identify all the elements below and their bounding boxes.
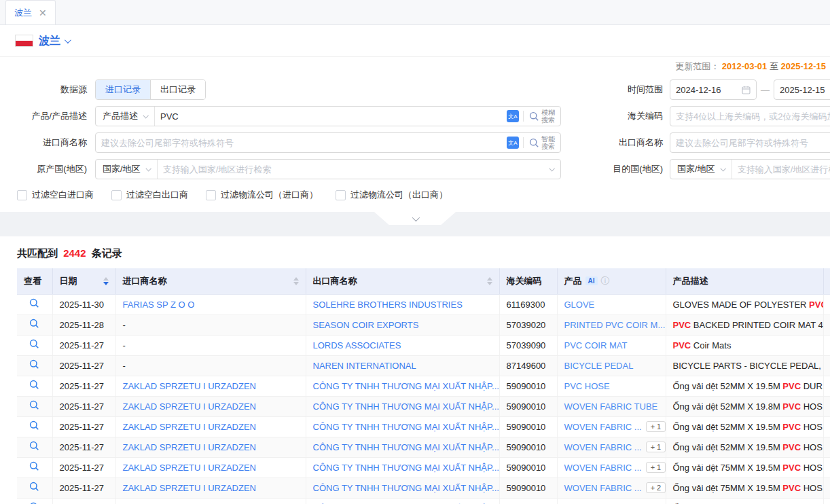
product-link[interactable]: WOVEN FABRIC ...	[564, 422, 642, 432]
description-cell: Ống vải dệt 52MM X 19.5M PVC DUR...	[666, 376, 823, 396]
view-record-button[interactable]	[17, 482, 52, 492]
overflow-cell	[823, 294, 830, 314]
more-products-badge[interactable]: + 2	[646, 482, 666, 493]
product-cell: HOSE	[557, 498, 666, 504]
exporter-link[interactable]: NAREN INTERNATIONAL	[313, 361, 416, 371]
smart-search-button[interactable]: 智能 搜索	[524, 135, 560, 150]
exporter-cell: LORDS ASSOCIATES	[306, 335, 499, 355]
view-record-button[interactable]	[17, 298, 52, 308]
exporter-input[interactable]	[670, 134, 830, 151]
col-exporter[interactable]: 出口商名称	[306, 268, 499, 294]
checkbox-icon[interactable]	[336, 190, 346, 200]
importer-link[interactable]: ZAKLAD SPRZETU I URZADZEN	[123, 422, 256, 432]
translate-icon[interactable]: 文A	[507, 137, 519, 149]
hs-code-input[interactable]	[670, 107, 830, 125]
product-link[interactable]: PVC COIR MAT	[564, 340, 628, 350]
importer-link[interactable]: FARIAS SP Z O O	[123, 300, 195, 310]
filter-checkboxes: 过滤空白进口商 过滤空白出口商 过滤物流公司（进口商） 过滤物流公司（出口商）	[0, 189, 830, 201]
importer-link[interactable]: ZAKLAD SPRZETU I URZADZEN	[123, 442, 256, 452]
exporter-link[interactable]: LORDS ASSOCIATES	[313, 340, 401, 350]
origin-input[interactable]	[158, 160, 549, 178]
product-search-input[interactable]	[155, 107, 503, 125]
date-cell: 2025-11-27	[52, 376, 115, 396]
product-link[interactable]: BICYCLE PEDAL	[564, 361, 634, 371]
exporter-link[interactable]: CÔNG TY TNHH THƯƠNG MẠI XUẤT NHẬP...	[313, 381, 499, 391]
translate-icon[interactable]: 文A	[507, 110, 519, 122]
exporter-link[interactable]: CÔNG TY TNHH THƯƠNG MẠI XUẤT NHẬP...	[313, 422, 499, 432]
date-start-field[interactable]	[670, 79, 757, 100]
exporter-cell: SOLEHRE BROTHERS INDUSTRIES	[306, 294, 499, 314]
more-products-badge[interactable]: + 1	[646, 462, 666, 473]
product-link[interactable]: WOVEN FABRIC ...	[564, 442, 642, 452]
results-summary: 共匹配到 2442 条记录	[0, 236, 830, 268]
fuzzy-search-button[interactable]: 模糊 搜索	[524, 109, 560, 124]
datasource-import-tab[interactable]: 进口记录	[96, 80, 150, 99]
more-products-badge[interactable]: + 1	[646, 421, 666, 432]
view-record-button[interactable]	[17, 319, 52, 329]
sort-icons[interactable]	[487, 277, 492, 285]
description-cell: Ống vải dệt 25MM X 19.8M PVC HOS...	[666, 498, 823, 504]
view-record-button[interactable]	[17, 420, 52, 431]
view-record-button[interactable]	[17, 441, 52, 451]
exporter-cell: CÔNG TY TNHH THƯƠNG MẠI XUẤT NHẬP...	[306, 376, 499, 396]
datasource-export-tab[interactable]: 出口记录	[150, 80, 205, 99]
product-link[interactable]: GLOVE	[564, 300, 595, 310]
close-icon[interactable]: ✕	[39, 8, 47, 18]
importer-link[interactable]: ZAKLAD SPRZETU I URZADZEN	[123, 401, 256, 412]
exporter-link[interactable]: CÔNG TY TNHH THƯƠNG MẠI XUẤT NHẬP...	[313, 483, 499, 493]
date-end-field[interactable]	[774, 79, 830, 100]
product-link[interactable]: WOVEN FABRIC ...	[564, 463, 642, 473]
col-date[interactable]: 日期	[52, 268, 115, 294]
collapse-panel-button[interactable]	[374, 212, 456, 225]
product-link[interactable]: WOVEN FABRIC ...	[564, 483, 642, 493]
exporter-link[interactable]: CÔNG TY TNHH THƯƠNG MẠI XUẤT NHẬP...	[313, 463, 499, 473]
exporter-field[interactable]	[670, 132, 830, 153]
sort-icons[interactable]	[293, 277, 299, 285]
exporter-link[interactable]: SOLEHRE BROTHERS INDUSTRIES	[313, 300, 463, 310]
product-link[interactable]: PVC HOSE	[564, 381, 610, 391]
view-record-button[interactable]	[17, 359, 52, 370]
importer-input[interactable]	[96, 134, 503, 151]
tab-poland[interactable]: 波兰 ✕	[5, 0, 56, 24]
checkbox-filter-blank-exporter[interactable]: 过滤空白出口商	[111, 189, 188, 201]
checkbox-icon[interactable]	[17, 190, 27, 200]
destination-input[interactable]	[732, 160, 830, 178]
origin-type-select[interactable]: 国家/地区	[96, 160, 158, 179]
importer-link[interactable]: ZAKLAD SPRZETU I URZADZEN	[123, 463, 256, 473]
date-start-input[interactable]	[670, 81, 736, 98]
date-cell: 2025-11-27	[52, 416, 115, 437]
view-record-button[interactable]	[17, 339, 52, 349]
importer-link[interactable]: ZAKLAD SPRZETU I URZADZEN	[123, 381, 256, 391]
importer-link[interactable]: ZAKLAD SPRZETU I URZADZEN	[123, 483, 256, 493]
description-cell: Ống vải dệt 52MM X 19.5M PVC HOS...	[666, 416, 823, 437]
chevron-down-icon[interactable]	[65, 37, 71, 43]
checkbox-filter-blank-importer[interactable]: 过滤空白进口商	[17, 189, 94, 201]
magnifier-icon	[29, 298, 39, 308]
date-cell: 2025-11-27	[52, 335, 115, 355]
exporter-link[interactable]: CÔNG TY TNHH THƯƠNG MẠI XUẤT NHẬP...	[313, 401, 499, 412]
hs-code-field[interactable]	[670, 106, 830, 126]
exporter-cell: CÔNG TY TNHH THƯƠNG MẠI XUẤT NHẬP...	[306, 498, 499, 504]
destination-type-select[interactable]: 国家/地区	[670, 160, 732, 179]
checkbox-filter-logistics-importer[interactable]: 过滤物流公司（进口商）	[206, 189, 318, 201]
checkbox-icon[interactable]	[206, 190, 216, 200]
exporter-link[interactable]: SEASON COIR EXPORTS	[313, 320, 419, 330]
destination-field: 国家/地区	[670, 159, 830, 179]
sort-icons[interactable]	[103, 277, 109, 285]
more-products-badge[interactable]: + 1	[646, 442, 666, 452]
view-record-button[interactable]	[17, 461, 52, 471]
checkbox-icon[interactable]	[111, 190, 122, 200]
product-link[interactable]: PRINTED PVC COIR M...	[564, 320, 666, 330]
checkbox-filter-logistics-exporter[interactable]: 过滤物流公司（出口商）	[336, 189, 448, 201]
overflow-cell	[823, 314, 830, 335]
product-type-select[interactable]: 产品描述	[96, 107, 155, 126]
exporter-link[interactable]: CÔNG TY TNHH THƯƠNG MẠI XUẤT NHẬP...	[313, 442, 499, 452]
view-record-button[interactable]	[17, 380, 52, 390]
date-end-input[interactable]	[774, 81, 830, 98]
view-record-button[interactable]	[17, 400, 52, 410]
hs-code-cell: 59090010	[499, 457, 557, 478]
info-icon[interactable]: ⓘ	[601, 275, 610, 287]
col-importer[interactable]: 进口商名称	[115, 268, 306, 294]
product-link[interactable]: WOVEN FABRIC TUBE	[564, 401, 658, 412]
col-view: 查看	[17, 268, 52, 294]
